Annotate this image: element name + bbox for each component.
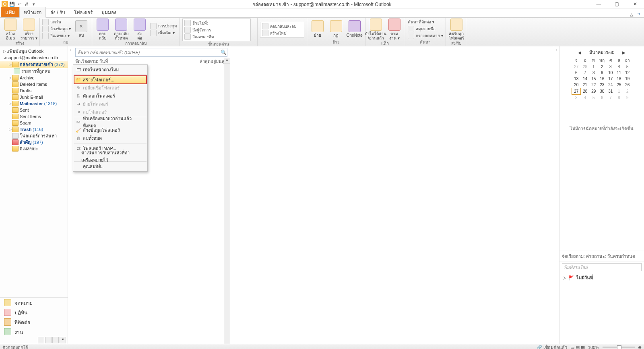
calendar-day[interactable]: 3 [572,95,581,101]
nav-mailmaster[interactable]: ▷Mailmaster(1318) [0,100,68,107]
help-icon[interactable]: ? [636,12,642,17]
calendar-day[interactable]: 22 [589,82,598,88]
ctx-new-folder[interactable]: 📁สร้างโฟลเดอร์... [74,76,147,84]
followup-button[interactable]: ตามงาน ▾ [386,19,402,40]
nav-trash[interactable]: ▷Trash(116) [0,126,68,133]
close-button[interactable]: ✕ [626,0,644,8]
calendar-day[interactable]: 15 [589,76,598,82]
calendar-day[interactable]: 27 [572,64,581,70]
search-field[interactable] [76,50,220,55]
find-contact-input[interactable]: ค้นหาที่ติดต่อ ▾ [408,19,443,25]
junk-button[interactable]: อีเมลขยะ ▾ [42,33,71,39]
ctx-properties[interactable]: คุณสมบัติ... [74,162,147,170]
nav-mini-shortcuts-icon[interactable] [52,337,59,343]
qat-print-icon[interactable]: 🖨 [23,1,30,7]
calendar-day[interactable]: 16 [598,76,606,82]
qat-save-icon[interactable]: 💾 [9,1,15,7]
calendar-day[interactable]: 24 [606,82,615,88]
calendar-day[interactable]: 17 [606,76,615,82]
forward-button[interactable]: ส่งต่อ [132,19,148,40]
section-calendar[interactable]: ปฏิทิน [0,307,68,317]
move-button[interactable]: ย้าย [310,20,326,37]
calendar-day[interactable]: 4 [581,95,590,101]
delete-button[interactable]: ✕ ลบ [73,20,89,37]
calendar-day[interactable]: 6 [572,70,581,76]
section-mail[interactable]: จดหมาย [0,298,68,307]
minimize-ribbon-icon[interactable]: △ [629,12,634,17]
section-contacts[interactable]: ที่ติดต่อ [0,317,68,327]
nav-mini-more-icon[interactable]: ▾ [60,337,66,343]
nav-inbox[interactable]: ▷กล่องจดหมายเข้า(372) [0,61,68,68]
cal-next-icon[interactable]: ▶ [622,50,625,55]
calendar-day[interactable]: 13 [572,76,581,82]
zoom-in-icon[interactable]: ⊕ [638,345,642,349]
sort-order-label[interactable]: ล่าสุดอยู่บนสุด [200,58,227,65]
ctx-open-new-window[interactable]: 🗔เปิดในหน้าต่างใหม่ [74,66,147,74]
ctx-copy-folder[interactable]: ⎘คัดลอกโฟลเดอร์ [74,92,147,100]
quickstep-tomanager[interactable]: ถึงผู้จัดการ [184,27,249,33]
calendar-day[interactable]: 8 [589,70,598,76]
nav-archive[interactable]: ▷Archive [0,75,68,81]
calendar-day[interactable]: 26 [623,82,632,88]
view-mode-icons[interactable]: ▭ ▤ ▦ [570,345,585,349]
calendar-day[interactable]: 29 [589,88,598,95]
onenote-button[interactable]: OneNote [347,20,363,37]
calendar-day[interactable]: 11 [615,70,623,76]
calendar-day[interactable]: 9 [623,95,632,101]
calendar-day[interactable]: 3 [606,64,615,70]
reply-all-button[interactable]: ตอบกลับทั้งหมด [113,19,129,40]
sort-by-label[interactable]: จัดเรียงตาม: วันที่ [75,58,108,65]
nav-deleted[interactable]: Deleted Items [0,81,68,87]
ignore-button[interactable]: ละเว้น [42,19,71,25]
tab-view[interactable]: มุมมอง [97,7,121,17]
calendar-day[interactable]: 9 [598,70,606,76]
nav-deleted-sub[interactable]: รายการที่ถูกลบ [0,68,68,75]
calendar-day[interactable]: 21 [581,82,590,88]
reply-button[interactable]: ตอบกลับ [95,19,111,40]
qat-more-icon[interactable]: ▾ [31,1,37,7]
send-receive-all-button[interactable]: ส่ง/รับทุกโฟลเดอร์ [448,19,464,40]
calendar-day[interactable]: 30 [598,88,606,95]
calendar-day[interactable]: 28 [581,88,590,95]
collapse-todo-icon[interactable]: › [554,46,559,344]
nav-sent[interactable]: Sent [0,107,68,113]
new-email-button[interactable]: สร้างอีเมล [2,19,19,40]
meeting-button[interactable]: การประชุม [150,23,177,29]
quickstep-createnew[interactable]: สร้างใหม่ [262,30,302,36]
qat-undo-icon[interactable]: ↶ [16,1,23,7]
search-icon[interactable]: 🔍 [220,50,227,55]
calendar-day[interactable]: 28 [581,64,590,70]
ctx-mark-all-read[interactable]: ✉ทำเครื่องหมายว่าอ่านแล้วทั้งหมด [74,118,147,126]
quickstep-teamemail[interactable]: อีเมลของทีม [184,33,249,40]
rules-button[interactable]: กฎ [328,20,344,37]
nav-sentitems[interactable]: Sent Items [0,113,68,120]
calendar-day[interactable]: 7 [606,95,615,101]
calendar-day[interactable]: 31 [606,88,615,95]
tab-file[interactable]: แฟ้ม [1,7,19,17]
calendar-day[interactable]: 27 [572,88,581,95]
calendar-day[interactable]: 12 [623,70,632,76]
unread-read-button[interactable]: ยังไม่ได้อ่าน/อ่านแล้ว [368,19,384,40]
minimize-button[interactable]: — [590,0,608,8]
nav-drafts[interactable]: Drafts [0,87,68,94]
more-respond-button[interactable]: เพิ่มเติม ▾ [150,30,177,36]
calendar-day[interactable]: 20 [572,82,581,88]
ctx-delete-all[interactable]: 🗑ลบทั้งหมด [74,134,147,142]
zoom-slider[interactable] [603,347,635,348]
new-task-input[interactable]: พิมพ์งานใหม่ [562,263,642,271]
calendar-day[interactable]: 19 [623,76,632,82]
cal-prev-icon[interactable]: ◀ [578,50,581,55]
nav-junk[interactable]: Junk E-mail [0,94,68,100]
calendar-day[interactable]: 6 [598,95,606,101]
calendar-day[interactable]: 1 [589,64,598,70]
nav-spam[interactable]: Spam [0,120,68,126]
section-tasks[interactable]: งาน [0,327,68,337]
nav-account[interactable]: ◢support@mailmaster.co.th [0,54,68,61]
filter-email-button[interactable]: กรองจดหมาย ▾ [408,33,443,39]
calendar-day[interactable]: 4 [615,64,623,70]
calendar-day[interactable]: 8 [615,95,623,101]
quickstep-replydelete[interactable]: ตอบกลับและลบ [262,23,302,29]
calendar-day[interactable]: 18 [615,76,623,82]
nav-mini-notes-icon[interactable] [38,337,44,343]
tab-folder[interactable]: โฟลเดอร์ [70,7,97,17]
